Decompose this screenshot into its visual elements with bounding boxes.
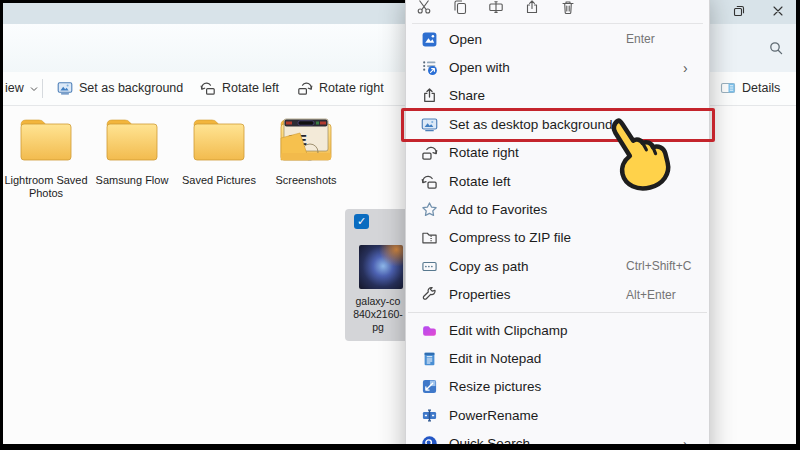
menu-item-compress-to-zip[interactable]: Compress to ZIP file bbox=[406, 224, 709, 252]
folder-label: Samsung Flow bbox=[87, 174, 177, 187]
open-with-icon bbox=[421, 59, 438, 76]
details-icon bbox=[720, 80, 736, 96]
close-icon bbox=[772, 3, 784, 21]
folder-saved-pictures[interactable]: Saved Pictures bbox=[174, 112, 264, 187]
wrench-icon bbox=[421, 286, 438, 303]
menu-item-shortcut: Alt+Enter bbox=[626, 288, 676, 302]
folder-label: Saved Pictures bbox=[174, 174, 264, 187]
menu-item-label: Copy as path bbox=[449, 259, 529, 274]
details-label: Details bbox=[742, 81, 780, 95]
star-icon bbox=[421, 201, 438, 218]
rotate-right-label: Rotate right bbox=[319, 81, 384, 95]
filename-line: pg bbox=[345, 321, 411, 334]
menu-item-label: Compress to ZIP file bbox=[449, 230, 571, 245]
filename-line: galaxy-co bbox=[345, 295, 411, 308]
details-button[interactable]: Details bbox=[720, 75, 780, 101]
menu-item-label: Add to Favorites bbox=[449, 202, 547, 217]
photos-app-icon bbox=[421, 31, 438, 48]
menu-item-open-with[interactable]: Open with › bbox=[406, 53, 709, 81]
view-button[interactable]: iew bbox=[5, 75, 38, 101]
galaxy-image-thumbnail bbox=[359, 245, 403, 289]
toolbar-separator bbox=[42, 79, 43, 98]
rotate-left-label: Rotate left bbox=[222, 81, 279, 95]
selected-image-tile[interactable]: ✓ galaxy-co 840x2160- pg bbox=[345, 209, 411, 341]
menu-item-label: Edit in Notepad bbox=[449, 351, 541, 366]
filename-line: 840x2160- bbox=[345, 308, 411, 321]
letterbox-edge bbox=[0, 0, 406, 3]
close-button[interactable] bbox=[763, 0, 793, 24]
letterbox-edge bbox=[0, 444, 800, 450]
menu-item-shortcut: Enter bbox=[626, 32, 655, 46]
chevron-down-icon bbox=[30, 81, 38, 95]
copy-icon[interactable] bbox=[452, 0, 468, 15]
menu-item-label: Open with bbox=[449, 60, 510, 75]
folder-label: Lightroom Saved Photos bbox=[1, 174, 91, 200]
submenu-chevron-icon: › bbox=[683, 60, 688, 76]
context-menu-items: Open Enter Open with › Share bbox=[406, 25, 709, 450]
view-button-label: iew bbox=[5, 81, 24, 95]
search-box-area[interactable] bbox=[708, 24, 796, 72]
menu-item-label: Rotate right bbox=[449, 145, 519, 160]
menu-item-open[interactable]: Open Enter bbox=[406, 25, 709, 53]
rotate-left-button[interactable]: Rotate left bbox=[200, 75, 279, 101]
rotate-left-icon bbox=[421, 173, 438, 190]
cut-icon[interactable] bbox=[416, 0, 432, 15]
menu-item-properties[interactable]: Properties Alt+Enter bbox=[406, 281, 709, 309]
selection-checkbox[interactable]: ✓ bbox=[354, 214, 369, 229]
folder-icon bbox=[187, 112, 251, 166]
menu-item-shortcut: Ctrl+Shift+C bbox=[626, 259, 691, 273]
rotate-right-icon bbox=[421, 144, 438, 161]
set-as-background-button[interactable]: Set as background bbox=[57, 75, 183, 101]
letterbox-edge bbox=[796, 0, 800, 450]
menu-item-copy-as-path[interactable]: Copy as path Ctrl+Shift+C bbox=[406, 252, 709, 280]
rotate-right-button[interactable]: Rotate right bbox=[297, 75, 384, 101]
powerrename-icon bbox=[421, 407, 438, 424]
menu-item-label: Share bbox=[449, 88, 485, 103]
set-as-background-label: Set as background bbox=[79, 81, 183, 95]
notepad-icon bbox=[421, 350, 438, 367]
menu-item-label: Rotate left bbox=[449, 174, 511, 189]
folder-lightroom-saved-photos[interactable]: Lightroom Saved Photos bbox=[1, 112, 91, 200]
restore-button[interactable] bbox=[724, 0, 754, 24]
folder-icon bbox=[100, 112, 164, 166]
resize-pictures-icon bbox=[421, 378, 438, 395]
menu-item-label: Resize pictures bbox=[449, 379, 541, 394]
menu-item-label: PowerRename bbox=[449, 408, 538, 423]
screenshot-frame: iew Set as background bbox=[0, 0, 800, 450]
menu-item-label: Properties bbox=[449, 287, 511, 302]
folder-icon-with-preview: SE bbox=[274, 112, 338, 166]
check-icon: ✓ bbox=[357, 215, 366, 227]
clipchamp-icon bbox=[421, 322, 438, 339]
share-icon bbox=[421, 87, 438, 104]
set-as-background-icon bbox=[57, 80, 73, 96]
menu-item-resize-pictures[interactable]: Resize pictures bbox=[406, 373, 709, 401]
quick-actions-row bbox=[416, 0, 576, 19]
menu-item-edit-in-notepad[interactable]: Edit in Notepad bbox=[406, 344, 709, 372]
folder-samsung-flow[interactable]: Samsung Flow bbox=[87, 112, 177, 187]
letterbox-edge bbox=[0, 0, 3, 450]
folder-icon bbox=[14, 112, 78, 166]
image-filename: galaxy-co 840x2160- pg bbox=[345, 295, 411, 334]
menu-item-label: Edit with Clipchamp bbox=[449, 323, 568, 338]
menu-item-edit-with-clipchamp[interactable]: Edit with Clipchamp bbox=[406, 316, 709, 344]
delete-icon[interactable] bbox=[560, 0, 576, 15]
share-icon[interactable] bbox=[524, 0, 540, 15]
rotate-left-icon bbox=[200, 80, 216, 96]
menu-item-label: Open bbox=[449, 32, 482, 47]
menu-item-add-to-favorites[interactable]: Add to Favorites bbox=[406, 195, 709, 223]
menu-separator bbox=[412, 23, 703, 24]
rotate-right-icon bbox=[297, 80, 313, 96]
menu-separator bbox=[406, 309, 709, 316]
context-menu: Open Enter Open with › Share bbox=[405, 0, 710, 450]
rename-icon[interactable] bbox=[488, 0, 504, 15]
search-icon[interactable] bbox=[768, 40, 784, 56]
menu-item-powerrename[interactable]: PowerRename bbox=[406, 401, 709, 429]
copy-as-path-icon bbox=[421, 258, 438, 275]
zip-folder-icon bbox=[421, 229, 438, 246]
restore-icon bbox=[733, 3, 745, 21]
folder-label: Screenshots bbox=[261, 174, 351, 187]
folder-screenshots[interactable]: SE Screenshots bbox=[261, 112, 351, 187]
